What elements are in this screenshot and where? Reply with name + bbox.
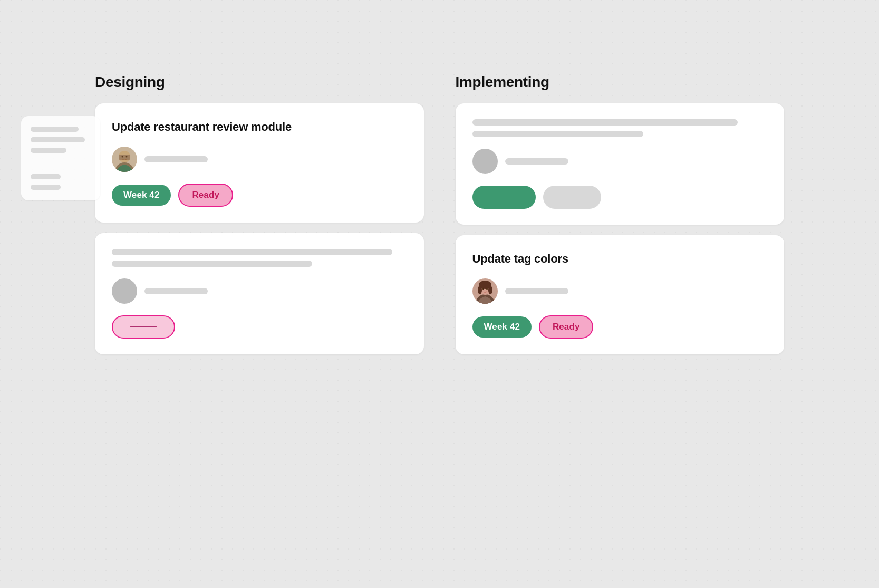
placeholder-line xyxy=(112,249,392,255)
tag-pink-line xyxy=(130,326,157,327)
svg-point-4 xyxy=(126,156,128,157)
svg-rect-2 xyxy=(119,155,130,160)
card-meta xyxy=(112,278,407,304)
svg-point-9 xyxy=(488,286,492,294)
avatar-name-placeholder xyxy=(505,158,568,165)
sidebar-ghost-card xyxy=(21,116,100,200)
card-meta xyxy=(472,278,768,304)
card-tags: Week 42 Ready xyxy=(472,315,768,339)
svg-point-10 xyxy=(482,288,484,290)
card-tags xyxy=(472,186,768,209)
ghost-line xyxy=(31,137,85,142)
card-restaurant-review[interactable]: Update restaurant review module xyxy=(95,103,424,223)
tag-pink-outline[interactable] xyxy=(112,315,175,339)
avatar-placeholder xyxy=(472,149,498,174)
tag-green-placeholder xyxy=(472,186,536,209)
column-header-designing: Designing xyxy=(95,74,424,91)
card-title: Update tag colors xyxy=(472,251,768,267)
card-title: Update restaurant review module xyxy=(112,119,407,135)
ghost-line xyxy=(31,185,61,190)
avatar-name-placeholder xyxy=(144,156,208,162)
svg-point-8 xyxy=(478,286,482,294)
avatar-man xyxy=(112,147,137,172)
card-placeholder-implementing[interactable] xyxy=(456,103,785,225)
column-header-implementing: Implementing xyxy=(456,74,785,91)
card-tag-colors[interactable]: Update tag colors xyxy=(456,235,785,354)
avatar-placeholder xyxy=(112,278,137,304)
card-tags xyxy=(112,315,407,339)
card-meta xyxy=(472,149,768,174)
cards-container-implementing: Update tag colors xyxy=(456,103,785,354)
tag-week42[interactable]: Week 42 xyxy=(472,316,532,338)
placeholder-line xyxy=(472,131,644,137)
placeholder-line xyxy=(112,261,312,267)
ghost-line xyxy=(31,127,79,132)
column-designing: Designing Update restaurant review modul… xyxy=(95,74,424,514)
tag-week42[interactable]: Week 42 xyxy=(112,185,171,206)
ghost-line xyxy=(31,174,61,179)
avatar-name-placeholder xyxy=(144,288,208,294)
card-placeholder-lines xyxy=(472,119,768,137)
tag-ready[interactable]: Ready xyxy=(539,315,594,339)
cards-container-designing: Update restaurant review module xyxy=(95,103,424,354)
placeholder-line xyxy=(472,119,738,126)
avatar-name-placeholder xyxy=(505,288,568,294)
column-implementing: Implementing Update tag colors xyxy=(456,74,785,514)
svg-point-3 xyxy=(122,156,123,157)
tag-gray-placeholder xyxy=(543,186,601,209)
main-container: Designing Update restaurant review modul… xyxy=(0,0,879,588)
avatar-woman xyxy=(472,278,498,304)
card-tags: Week 42 Ready xyxy=(112,184,407,207)
card-placeholder-designing[interactable] xyxy=(95,233,424,354)
svg-point-11 xyxy=(486,288,488,290)
card-meta xyxy=(112,147,407,172)
ghost-line xyxy=(31,148,66,153)
tag-ready[interactable]: Ready xyxy=(178,184,233,207)
card-placeholder-lines xyxy=(112,249,407,267)
